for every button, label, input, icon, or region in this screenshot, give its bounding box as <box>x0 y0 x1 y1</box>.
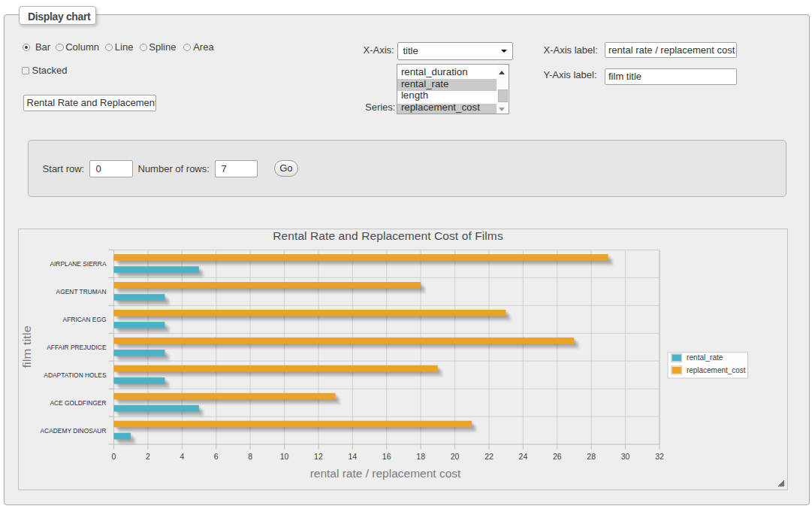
svg-text:26: 26 <box>553 452 562 461</box>
svg-text:10: 10 <box>280 452 289 461</box>
svg-text:20: 20 <box>451 452 460 461</box>
svg-text:rental_rate: rental_rate <box>687 353 723 362</box>
svg-text:ACADEMY DINOSAUR: ACADEMY DINOSAUR <box>41 427 107 435</box>
svg-text:4: 4 <box>180 452 184 461</box>
svg-text:replacement_cost: replacement_cost <box>687 366 746 374</box>
svg-text:6: 6 <box>214 452 219 461</box>
svg-text:14: 14 <box>348 452 357 461</box>
svg-text:22: 22 <box>484 452 494 461</box>
svg-text:30: 30 <box>621 452 630 461</box>
svg-text:rental rate / replacement cost: rental rate / replacement cost <box>310 467 461 480</box>
svg-text:AFRICAN EGG: AFRICAN EGG <box>63 316 107 323</box>
svg-text:18: 18 <box>416 452 425 461</box>
svg-text:28: 28 <box>587 452 596 461</box>
svg-text:16: 16 <box>382 452 391 461</box>
svg-text:8: 8 <box>248 452 252 461</box>
svg-text:Rental Rate and Replacement Co: Rental Rate and Replacement Cost of Film… <box>273 229 503 242</box>
svg-text:film title: film title <box>20 326 33 368</box>
svg-text:AGENT TRUMAN: AGENT TRUMAN <box>56 288 107 295</box>
svg-text:AIRPLANE SIERRA: AIRPLANE SIERRA <box>50 260 106 268</box>
svg-text:ACE GOLDFINGER: ACE GOLDFINGER <box>50 399 107 407</box>
svg-text:2: 2 <box>146 452 150 461</box>
svg-text:24: 24 <box>519 452 528 461</box>
svg-text:AFFAIR PREJUDICE: AFFAIR PREJUDICE <box>47 344 106 351</box>
svg-text:0: 0 <box>112 452 116 461</box>
svg-text:ADAPTATION HOLES: ADAPTATION HOLES <box>44 371 106 379</box>
svg-text:12: 12 <box>314 452 323 461</box>
svg-text:32: 32 <box>655 452 664 461</box>
